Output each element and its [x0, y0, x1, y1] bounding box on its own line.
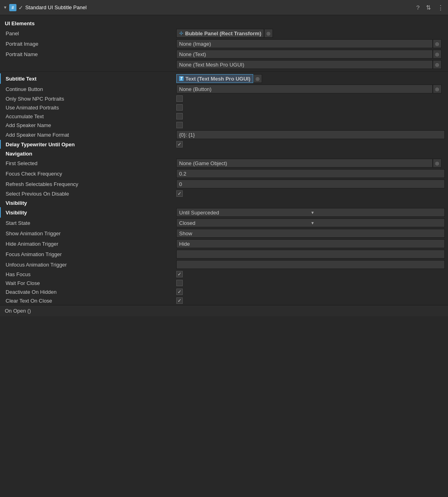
field-label-start-state: Start State: [0, 220, 176, 226]
add-speaker-name-checkbox[interactable]: [176, 122, 183, 128]
inspector-content: UI Elements Panel ⊹ Bubble Panel (Rect T…: [0, 15, 448, 319]
field-value-only-show-npc: [176, 95, 445, 102]
focus-check-input[interactable]: [176, 169, 445, 178]
use-animated-checkbox[interactable]: [176, 104, 183, 111]
field-value-panel: ⊹ Bubble Panel (Rect Transform) ◎: [176, 29, 445, 38]
portrait-image-ref[interactable]: None (Image): [176, 39, 433, 48]
hash-icon: #: [9, 4, 16, 11]
field-portrait-name-tmp: None (Text Mesh Pro UGUI) ◎: [0, 59, 448, 70]
hide-anim-input[interactable]: [176, 239, 445, 248]
panel-ref-input[interactable]: ⊹ Bubble Panel (Rect Transform): [176, 29, 264, 38]
field-label-portrait-name: Portrait Name: [0, 51, 176, 57]
start-state-value: Closed: [179, 220, 311, 226]
field-value-delay-typewriter: [176, 141, 445, 147]
start-state-arrow: ▼: [311, 221, 442, 225]
field-continue-button: Continue Button None (Button) ◎: [0, 84, 448, 94]
first-selected-text: None (Game Object): [179, 160, 227, 166]
field-focus-check-frequency: Focus Check Frequency: [0, 168, 448, 179]
unfocus-anim-input[interactable]: [176, 260, 445, 269]
continue-button-text: None (Button): [179, 86, 212, 92]
field-label-visibility: Visibility: [0, 210, 176, 216]
on-open-label: On Open (): [5, 308, 31, 314]
focus-anim-input[interactable]: [176, 250, 445, 259]
field-value-first-selected: None (Game Object) ◎: [176, 159, 445, 168]
portrait-name-circle-btn[interactable]: ◎: [433, 50, 442, 59]
clear-text-on-close-checkbox[interactable]: [176, 297, 183, 304]
field-label-show-anim: Show Animation Trigger: [0, 230, 176, 236]
portrait-name-tmp-ref[interactable]: None (Text Mesh Pro UGUI): [176, 60, 433, 69]
field-value-focus-check: [176, 169, 445, 178]
portrait-name-tmp-text: None (Text Mesh Pro UGUI): [179, 62, 244, 68]
visibility-dropdown-control[interactable]: Until Superceded ▼: [176, 208, 445, 217]
field-value-subtitle-text: T Text (Text Mesh Pro UGUI) ◎: [176, 74, 445, 83]
field-focus-animation-trigger: Focus Animation Trigger: [0, 249, 448, 259]
deactivate-on-hidden-checkbox[interactable]: [176, 289, 183, 295]
field-label-accumulate-text: Accumulate Text: [0, 113, 176, 119]
field-value-accumulate-text: [176, 113, 445, 119]
portrait-name-ref[interactable]: None (Text): [176, 50, 433, 59]
field-value-refresh-selectables: [176, 180, 445, 188]
field-value-deactivate-on-hidden: [176, 289, 445, 295]
field-portrait-name: Portrait Name None (Text) ◎: [0, 49, 448, 59]
divider-1: [0, 71, 448, 72]
field-show-animation-trigger: Show Animation Trigger: [0, 228, 448, 238]
tmp-icon: T: [179, 76, 184, 81]
portrait-name-text: None (Text): [179, 51, 206, 57]
field-visibility-dropdown: Visibility Until Superceded ▼: [0, 207, 448, 218]
visibility-section-label: Visibility: [0, 200, 176, 206]
panel-circle-btn[interactable]: ◎: [264, 29, 273, 38]
field-label-first-selected: First Selected: [0, 160, 176, 166]
field-label-continue-button: Continue Button: [0, 86, 176, 92]
refresh-selectables-input[interactable]: [176, 180, 445, 188]
portrait-image-circle-btn[interactable]: ◎: [433, 39, 442, 48]
field-wait-for-close: Wait For Close: [0, 279, 448, 287]
portrait-name-tmp-circle-btn[interactable]: ◎: [433, 60, 442, 69]
field-label-deactivate-on-hidden: Deactivate On Hidden: [0, 289, 176, 295]
show-anim-input[interactable]: [176, 229, 445, 238]
only-show-npc-checkbox[interactable]: [176, 95, 183, 102]
field-label-wait-for-close: Wait For Close: [0, 280, 176, 286]
accumulate-text-checkbox[interactable]: [176, 113, 183, 119]
component-enabled-check[interactable]: ✓: [18, 4, 23, 11]
field-value-clear-text-on-close: [176, 297, 445, 304]
navigation-section-label: Navigation: [0, 151, 176, 157]
first-selected-circle-btn[interactable]: ◎: [433, 159, 442, 168]
continue-button-ref[interactable]: None (Button): [176, 85, 433, 93]
panel-ref-text: Bubble Panel (Rect Transform): [185, 30, 261, 36]
subtitle-text-circle-btn[interactable]: ◎: [253, 74, 262, 83]
field-label-select-previous: Select Previous On Disable: [0, 191, 176, 197]
delay-typewriter-checkbox[interactable]: [176, 141, 183, 147]
field-value-portrait-name: None (Text) ◎: [176, 50, 445, 59]
has-focus-checkbox[interactable]: [176, 271, 183, 277]
on-open-partial-row: On Open (): [0, 305, 448, 316]
field-value-start-state: Closed ▼: [176, 218, 445, 227]
first-selected-ref[interactable]: None (Game Object): [176, 159, 433, 168]
wait-for-close-checkbox[interactable]: [176, 280, 183, 286]
continue-button-circle-btn[interactable]: ◎: [433, 85, 442, 93]
speaker-format-input[interactable]: [176, 130, 445, 139]
field-value-focus-anim: [176, 250, 445, 259]
subtitle-text-value: Text (Text Mesh Pro UGUI): [186, 76, 250, 82]
field-add-speaker-name: Add Speaker Name: [0, 121, 448, 129]
field-value-select-previous: [176, 190, 445, 197]
field-clear-text-on-close: Clear Text On Close: [0, 296, 448, 305]
section-ui-elements: UI Elements: [0, 18, 448, 28]
field-value-wait-for-close: [176, 280, 445, 286]
field-label-clear-text-on-close: Clear Text On Close: [0, 298, 176, 304]
collapse-arrow-icon[interactable]: ▼: [3, 5, 7, 10]
delay-typewriter-accent: [0, 140, 1, 149]
field-hide-animation-trigger: Hide Animation Trigger: [0, 238, 448, 249]
visibility-dropdown-value: Until Superceded: [179, 210, 311, 216]
field-label-only-show-npc: Only Show NPC Portraits: [0, 96, 176, 102]
help-button[interactable]: ?: [415, 3, 421, 12]
subtitle-text-ref[interactable]: T Text (Text Mesh Pro UGUI): [176, 74, 253, 83]
field-label-subtitle-text: Subtitle Text: [0, 76, 176, 82]
field-label-delay-typewriter: Delay Typewriter Until Open: [0, 141, 176, 147]
menu-button[interactable]: ⋮: [436, 3, 445, 12]
start-state-dropdown[interactable]: Closed ▼: [176, 218, 445, 227]
visibility-dropdown-arrow: ▼: [311, 210, 442, 215]
component-title: Standard UI Subtitle Panel: [25, 4, 87, 10]
field-value-add-speaker-name: [176, 122, 445, 128]
select-previous-checkbox[interactable]: [176, 190, 183, 197]
settings-button[interactable]: ⇅: [425, 3, 432, 12]
